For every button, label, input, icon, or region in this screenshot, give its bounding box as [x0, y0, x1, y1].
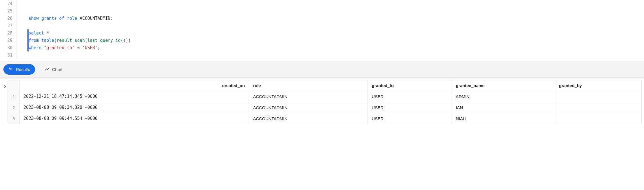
code-token: ACCOUNTADMIN [80, 16, 110, 21]
active-line-marker [27, 44, 29, 51]
code-token: select [29, 31, 44, 36]
code-token [77, 16, 80, 21]
column-header-role[interactable]: role [249, 80, 368, 91]
cell-granted_by[interactable] [555, 102, 641, 113]
results-panel: created_on role granted_to grantee_name … [0, 78, 644, 124]
results-header: created_on role granted_to grantee_name … [8, 80, 642, 91]
table-row[interactable]: 22023-08-08 09:09:34.320 +0000ACCOUNTADM… [8, 102, 642, 113]
code-line[interactable] [29, 0, 644, 7]
code-line[interactable]: show grants of role ACCOUNTADMIN; [29, 15, 644, 22]
cell-created_on[interactable]: 2022-12-21 18:47:14.345 +0000 [20, 91, 249, 102]
chart-line-icon [45, 66, 50, 72]
line-number: 26 [0, 15, 12, 22]
code-token: ; [98, 45, 100, 50]
code-token: show grants of role [29, 16, 77, 21]
cell-grantee_name[interactable]: ADMIN [452, 91, 555, 102]
code-token: ( [85, 38, 87, 43]
line-number: 24 [0, 0, 12, 7]
code-token [44, 31, 46, 36]
column-header-granted_by[interactable]: granted_by [555, 80, 641, 91]
code-token: from [29, 38, 39, 43]
code-token [80, 45, 82, 50]
line-number: 31 [0, 51, 12, 59]
results-arrow-icon [8, 66, 14, 72]
row-number-cell: 3 [8, 113, 20, 124]
table-row[interactable]: 32023-08-08 09:09:44.554 +0000ACCOUNTADM… [8, 113, 642, 124]
column-header-created_on[interactable]: created_on [20, 80, 249, 91]
line-number-gutter: 2425262728293031 [0, 0, 17, 59]
table-row[interactable]: 12022-12-21 18:47:14.345 +0000ACCOUNTADM… [8, 91, 642, 102]
active-line-marker [27, 37, 29, 44]
active-line-marker [27, 29, 29, 37]
code-token: result_scan [57, 38, 85, 43]
code-token: = [77, 45, 80, 50]
code-content[interactable]: show grants of role ACCOUNTADMIN; select… [17, 0, 644, 59]
code-line[interactable] [29, 22, 644, 29]
row-number-cell: 2 [8, 102, 20, 113]
line-number: 30 [0, 44, 12, 51]
code-editor[interactable]: 2425262728293031 show grants of role ACC… [0, 0, 644, 61]
code-token: ( [54, 38, 57, 43]
chart-tab[interactable]: Chart [40, 64, 68, 75]
code-token [41, 45, 44, 50]
cell-granted_by[interactable] [555, 91, 641, 102]
code-token [39, 38, 41, 43]
cell-role[interactable]: ACCOUNTADMIN [249, 102, 368, 113]
line-number: 28 [0, 29, 12, 37]
code-line[interactable]: select * [29, 29, 644, 37]
code-token: ; [110, 16, 113, 21]
line-number: 27 [0, 22, 12, 29]
cell-role[interactable]: ACCOUNTADMIN [249, 91, 368, 102]
code-line[interactable]: from table(result_scan(last_query_id())) [29, 37, 644, 44]
results-tabs-bar: Results Chart [0, 61, 644, 78]
line-number: 29 [0, 37, 12, 44]
cell-role[interactable]: ACCOUNTADMIN [249, 113, 368, 124]
code-line[interactable] [29, 7, 644, 15]
code-line[interactable] [29, 51, 644, 59]
code-token: 'USER' [82, 45, 98, 50]
chart-tab-label: Chart [52, 67, 63, 72]
cell-granted_to[interactable]: USER [368, 91, 452, 102]
results-tab-label: Results [16, 67, 30, 72]
column-header-granted_to[interactable]: granted_to [368, 80, 452, 91]
cell-granted_by[interactable] [555, 113, 641, 124]
cell-grantee_name[interactable]: IAN [452, 102, 555, 113]
code-token: "granted_to" [44, 45, 74, 50]
code-line[interactable]: where "granted_to" = 'USER'; [29, 44, 644, 51]
code-token: where [29, 45, 41, 50]
results-tab[interactable]: Results [3, 64, 35, 75]
cell-granted_to[interactable]: USER [368, 102, 452, 113]
results-table[interactable]: created_on role granted_to grantee_name … [8, 80, 642, 124]
row-number-cell: 1 [8, 91, 20, 102]
cell-granted_to[interactable]: USER [368, 113, 452, 124]
cell-created_on[interactable]: 2023-08-08 09:09:44.554 +0000 [20, 113, 249, 124]
expand-chevron-icon[interactable] [2, 80, 8, 88]
code-token [75, 45, 77, 50]
results-body: 12022-12-21 18:47:14.345 +0000ACCOUNTADM… [8, 91, 642, 124]
cell-grantee_name[interactable]: NIALL [452, 113, 555, 124]
code-token: last_query_id [87, 38, 121, 43]
code-token: table [41, 38, 54, 43]
code-token: * [46, 31, 49, 36]
row-number-header [8, 80, 20, 91]
line-number: 25 [0, 7, 12, 15]
column-header-grantee_name[interactable]: grantee_name [452, 80, 555, 91]
cell-created_on[interactable]: 2023-08-08 09:09:34.320 +0000 [20, 102, 249, 113]
code-token: ())) [121, 38, 131, 43]
